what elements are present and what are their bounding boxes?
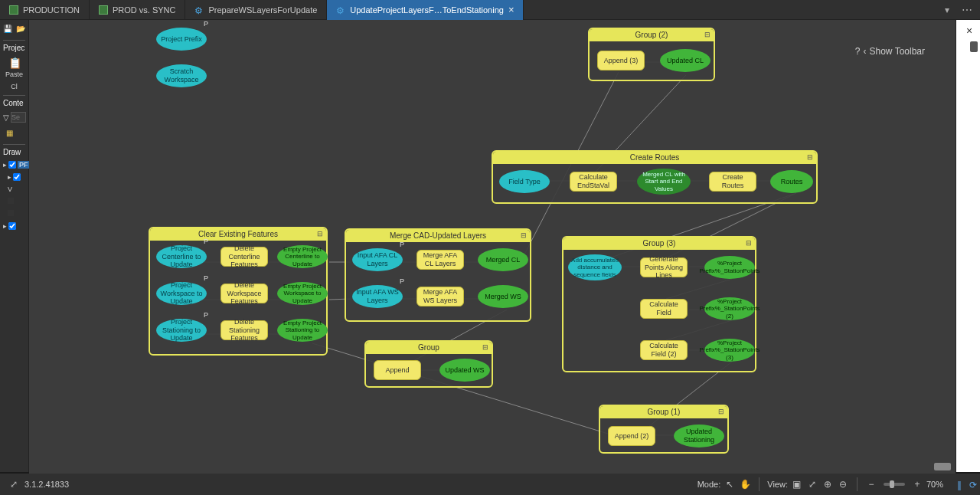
tool-generate-points[interactable]: Generate Points Along Lines xyxy=(640,257,688,277)
tool-append-3[interactable]: Append (3) xyxy=(597,51,645,70)
layer-checkbox[interactable] xyxy=(13,173,21,181)
group-2[interactable]: Group (2) ⊟ Append (3) Updated CL xyxy=(588,28,715,81)
layer-item-v[interactable]: V xyxy=(3,185,25,193)
folder-icon[interactable]: 📂 xyxy=(16,23,26,35)
show-toolbar-button[interactable]: ? ‹ Show Toolbar xyxy=(855,46,925,57)
layer-item-pf[interactable]: PF xyxy=(18,161,30,169)
var-input-afa-cl[interactable]: Input AFA CL LayersP xyxy=(352,248,403,271)
collapse-icon[interactable]: ⊟ xyxy=(316,230,324,238)
project-panel-header[interactable]: Projec xyxy=(3,40,25,52)
tool-calculate-field-2[interactable]: Calculate Field (2) xyxy=(640,340,688,360)
status-bar: ⤢ 3.1.2.41833 Mode: ↖ ✋ View: ▣ ⤢ ⊕ ⊖ − … xyxy=(0,474,956,495)
collapse-icon[interactable]: ⊟ xyxy=(806,153,814,161)
model-canvas[interactable]: ? ‹ Show Toolbar xyxy=(29,20,956,474)
tool-append[interactable]: Append xyxy=(374,360,421,380)
output-merged-cl-vals[interactable]: Merged CL with Start and End Values xyxy=(637,169,691,195)
pointer-mode-icon[interactable]: ↖ xyxy=(724,478,736,490)
tool-merge-afa-cl[interactable]: Merge AFA CL Layers xyxy=(416,250,464,270)
close-icon[interactable]: × xyxy=(508,4,514,15)
group-merge-cad[interactable]: Merge CAD-Updated Layers ⊟ Input AFA CL … xyxy=(345,228,531,322)
var-input-afa-ws[interactable]: Input AFA WS LayersP xyxy=(352,285,403,308)
tree-expand-icon[interactable]: ▸ xyxy=(8,173,11,181)
zoom-out-icon[interactable]: ⊖ xyxy=(837,478,849,490)
contents-panel-header[interactable]: Conte xyxy=(3,95,25,107)
group-1[interactable]: Group (1) ⊟ Append (2) Updated Stationin… xyxy=(599,405,729,454)
canvas-scroll-thumb[interactable] xyxy=(934,463,951,470)
output-stationpoints-3[interactable]: %Project Prefix%_StationPoints (3) xyxy=(704,339,755,362)
save-icon[interactable]: 💾 xyxy=(3,23,13,35)
collapse-icon[interactable]: ⊟ xyxy=(482,343,489,351)
pause-icon[interactable]: ‖ xyxy=(957,480,966,489)
var-proj-stationing[interactable]: Project Stationing to UpdateP xyxy=(156,319,207,342)
layers-icon[interactable]: ▦ xyxy=(3,127,15,139)
fullscreen-icon[interactable]: ⤢ xyxy=(8,478,20,490)
scroll-thumb[interactable] xyxy=(970,41,978,52)
model-icon xyxy=(336,5,345,15)
chevron-left-icon: ‹ xyxy=(864,46,867,57)
tool-delete-workspace[interactable]: Delete Workspace Features xyxy=(220,284,268,303)
clipboard-icon[interactable]: 📋 xyxy=(8,57,21,69)
collapse-icon[interactable]: ⊟ xyxy=(520,231,528,239)
output-stationpoints-1[interactable]: %Project Prefix%_StationPoints xyxy=(704,256,755,279)
fit-view-icon[interactable]: ▣ xyxy=(791,478,803,490)
left-rail: 💾 📂 Projec 📋 Paste Cl Conte ▽ ▦ Draw ▸ P… xyxy=(0,20,29,472)
collapse-icon[interactable]: ⊟ xyxy=(704,31,711,38)
var-proj-centerline[interactable]: Project Centerline to UpdateP xyxy=(156,245,207,268)
var-add-accumulated[interactable]: Add accumulated distance and sequence fi… xyxy=(568,254,622,280)
collapse-icon[interactable]: ⊟ xyxy=(745,239,753,247)
close-panel-icon[interactable]: × xyxy=(963,25,975,37)
output-updated-ws[interactable]: Updated WS xyxy=(439,359,490,382)
output-empty-workspace[interactable]: Empty Project Workspace to Update xyxy=(277,282,328,305)
output-empty-centerline[interactable]: Empty Project Centerline to Update xyxy=(277,245,328,268)
group-create-routes[interactable]: Create Routes ⊟ Field Type Calculate End… xyxy=(492,150,818,204)
group-3[interactable]: Group (3) ⊟ Add accumulated distance and… xyxy=(562,236,756,372)
output-routes[interactable]: Routes xyxy=(770,170,813,193)
group-append-ws[interactable]: Group ⊟ Append Updated WS xyxy=(364,340,493,388)
var-field-type[interactable]: Field Type xyxy=(499,170,550,193)
output-updated-stationing[interactable]: Updated Stationing xyxy=(674,425,724,447)
output-merged-ws[interactable]: Merged WS xyxy=(478,285,528,308)
tab-overflow-button[interactable]: ▾ xyxy=(940,5,954,15)
tool-delete-stationing[interactable]: Delete Stationing Features xyxy=(220,320,268,340)
var-proj-workspace[interactable]: Project Workspace to UpdateP xyxy=(156,282,207,305)
more-menu-icon[interactable]: ⋯ xyxy=(954,4,980,16)
tab-production[interactable]: PRODUCTION xyxy=(0,0,90,20)
pan-mode-icon[interactable]: ✋ xyxy=(739,478,751,490)
right-scrollbar[interactable] xyxy=(969,40,978,449)
zoom-in-icon[interactable]: ⊕ xyxy=(822,478,834,490)
tab-preparews[interactable]: PrepareWSLayersForUpdate xyxy=(185,0,327,20)
zoom-percent: 70% xyxy=(926,480,943,489)
tree-expand-icon[interactable]: ▸ xyxy=(3,222,7,230)
zoom-plus-button[interactable]: + xyxy=(911,478,923,490)
node-scratch-workspace[interactable]: Scratch Workspace xyxy=(156,64,207,87)
drawing-order-header[interactable]: Draw xyxy=(3,144,25,156)
output-merged-cl[interactable]: Merged CL xyxy=(478,248,528,271)
tab-prod-vs-sync[interactable]: PROD vs. SYNC xyxy=(90,0,186,20)
mode-label: Mode: xyxy=(697,480,721,489)
group-clear-existing[interactable]: Clear Existing Features ⊟ Project Center… xyxy=(149,227,328,356)
tool-merge-afa-ws[interactable]: Merge AFA WS Layers xyxy=(416,287,464,307)
tool-calculate-field[interactable]: Calculate Field xyxy=(640,299,688,319)
tool-delete-centerline[interactable]: Delete Centerline Features xyxy=(220,247,268,267)
tool-append-2[interactable]: Append (2) xyxy=(608,426,655,446)
output-empty-stationing[interactable]: Empty Project Stationing to Update xyxy=(277,319,328,342)
filter-icon[interactable]: ▽ xyxy=(3,113,9,122)
group-clear-existing-title: Clear Existing Features xyxy=(150,228,326,241)
node-project-prefix[interactable]: Project PrefixP xyxy=(156,28,207,51)
output-updated-cl[interactable]: Updated CL xyxy=(660,49,710,72)
group-append-ws-title: Group xyxy=(366,342,492,354)
layer-checkbox[interactable] xyxy=(8,222,16,230)
extent-icon[interactable]: ⤢ xyxy=(806,478,818,490)
collapse-icon[interactable]: ⊟ xyxy=(717,408,725,415)
tree-expand-icon[interactable]: ▸ xyxy=(3,161,7,169)
output-stationpoints-2[interactable]: %Project Prefix%_StationPoints (2) xyxy=(704,297,755,320)
search-input[interactable] xyxy=(11,112,26,123)
refresh-icon[interactable]: ⟳ xyxy=(969,480,978,489)
tool-create-routes[interactable]: Create Routes xyxy=(709,172,756,192)
tab-bar: PRODUCTION PROD vs. SYNC PrepareWSLayers… xyxy=(0,0,980,20)
tool-calculate-endstaval[interactable]: Calculate EndStaVal xyxy=(570,172,617,192)
layer-checkbox[interactable] xyxy=(8,161,16,169)
tab-updateproject[interactable]: UpdateProjectLayersF…ToEndStationing× xyxy=(327,0,524,20)
zoom-slider[interactable] xyxy=(884,483,905,486)
zoom-minus-button[interactable]: − xyxy=(865,478,877,490)
